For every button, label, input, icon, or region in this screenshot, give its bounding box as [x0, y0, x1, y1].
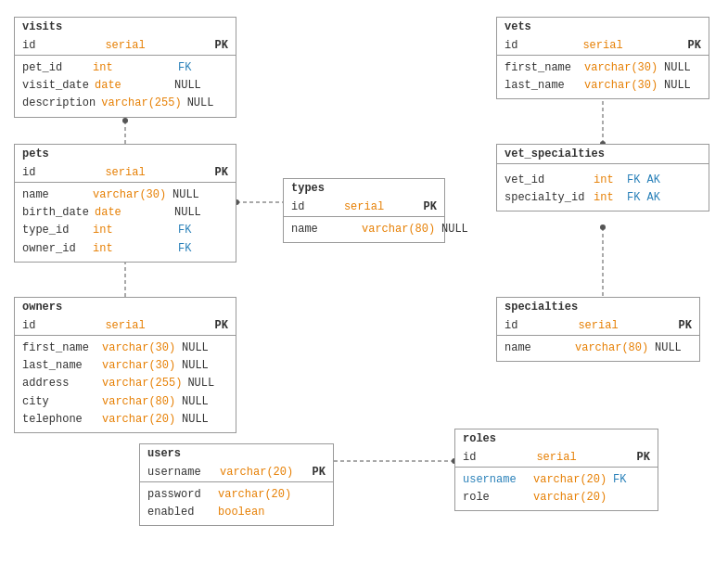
visits-visitdate-field: visit_date — [22, 77, 89, 95]
owners-row-city: city varchar(80) NULL — [22, 393, 228, 411]
visits-desc-field: description — [22, 95, 96, 112]
visits-row-visitdate: visit_date date NULL — [22, 77, 228, 95]
roles-table: roles id serial PK username varchar(20) … — [454, 429, 658, 511]
visits-body: pet_id int FK visit_date date NULL descr… — [15, 56, 236, 117]
users-row-enabled: enabled boolean — [147, 504, 326, 521]
roles-row-role: role varchar(20) — [463, 489, 650, 506]
visits-id-type: serial — [105, 39, 145, 52]
visits-id-field: id — [22, 39, 35, 52]
owners-header: id serial PK — [15, 316, 236, 336]
visits-id-key: PK — [215, 39, 228, 52]
roles-body: username varchar(20) FK role varchar(20) — [455, 468, 658, 510]
vets-row-firstname: first_name varchar(30) NULL — [504, 59, 701, 77]
users-table: users username varchar(20) PK password v… — [139, 443, 334, 526]
visits-table: visits id serial PK pet_id int FK visit_… — [14, 17, 236, 118]
users-row-password: password varchar(20) — [147, 486, 326, 504]
owners-row-telephone: telephone varchar(20) NULL — [22, 411, 228, 429]
specialties-body: name varchar(80) NULL — [497, 336, 699, 361]
vet-specialties-row-vetid: vet_id int FK AK — [504, 172, 701, 189]
vets-body: first_name varchar(30) NULL last_name va… — [497, 56, 709, 98]
owners-row-firstname: first_name varchar(30) NULL — [22, 340, 228, 357]
owners-row-lastname: last_name varchar(30) NULL — [22, 357, 228, 375]
pets-row-birthdate: birth_date date NULL — [22, 204, 228, 222]
specialties-title: specialties — [497, 298, 699, 316]
users-header: username varchar(20) PK — [140, 463, 333, 482]
pets-title: pets — [15, 145, 236, 163]
owners-title: owners — [15, 298, 236, 316]
pets-row-typeid: type_id int FK — [22, 222, 228, 239]
types-table: types id serial PK name varchar(80) NULL — [283, 178, 445, 243]
vet-specialties-body: vet_id int FK AK specialty_id int FK AK — [497, 168, 709, 211]
types-header: id serial PK — [284, 198, 444, 217]
visits-row-desc: description varchar(255) NULL — [22, 95, 228, 112]
pets-row-name: name varchar(30) NULL — [22, 186, 228, 204]
visits-petid-key: FK — [178, 59, 191, 77]
types-title: types — [284, 179, 444, 198]
pets-row-ownerid: owner_id int FK — [22, 240, 228, 258]
types-body: name varchar(80) NULL — [284, 217, 444, 242]
roles-title: roles — [455, 429, 658, 448]
visits-petid-field: pet_id — [22, 59, 87, 77]
vets-header: id serial PK — [497, 36, 709, 56]
roles-row-username: username varchar(20) FK — [463, 471, 650, 489]
specialties-table: specialties id serial PK name varchar(80… — [496, 297, 700, 362]
specialties-header: id serial PK — [497, 316, 699, 336]
vet-specialties-row-specialtyid: specialty_id int FK AK — [504, 189, 701, 207]
owners-table: owners id serial PK first_name varchar(3… — [14, 297, 236, 433]
roles-header: id serial PK — [455, 448, 658, 468]
visits-visitdate-null: NULL — [174, 77, 201, 95]
owners-body: first_name varchar(30) NULL last_name va… — [15, 336, 236, 432]
vets-row-lastname: last_name varchar(30) NULL — [504, 77, 701, 95]
vet-specialties-table: vet_specialties vet_id int FK AK special… — [496, 144, 709, 212]
owners-row-address: address varchar(255) NULL — [22, 375, 228, 392]
users-body: password varchar(20) enabled boolean — [140, 482, 333, 525]
visits-title: visits — [15, 18, 236, 36]
vets-table: vets id serial PK first_name varchar(30)… — [496, 17, 709, 99]
visits-petid-type: int — [93, 59, 167, 77]
svg-point-1 — [122, 118, 128, 123]
vet-specialties-title: vet_specialties — [497, 145, 709, 163]
pets-body: name varchar(30) NULL birth_date date NU… — [15, 183, 236, 262]
svg-point-9 — [600, 224, 606, 230]
visits-desc-null: NULL — [187, 95, 214, 112]
visits-visitdate-type: date — [95, 77, 169, 95]
specialties-row-name: name varchar(80) NULL — [504, 340, 692, 357]
types-row-name: name varchar(80) NULL — [291, 221, 437, 238]
visits-desc-type: varchar(255) — [101, 95, 181, 112]
pets-header: id serial PK — [15, 163, 236, 183]
vets-title: vets — [497, 18, 709, 36]
pets-table: pets id serial PK name varchar(30) NULL … — [14, 144, 236, 263]
visits-header: id serial PK — [15, 36, 236, 56]
users-title: users — [140, 444, 333, 463]
visits-row-petid: pet_id int FK — [22, 59, 228, 77]
